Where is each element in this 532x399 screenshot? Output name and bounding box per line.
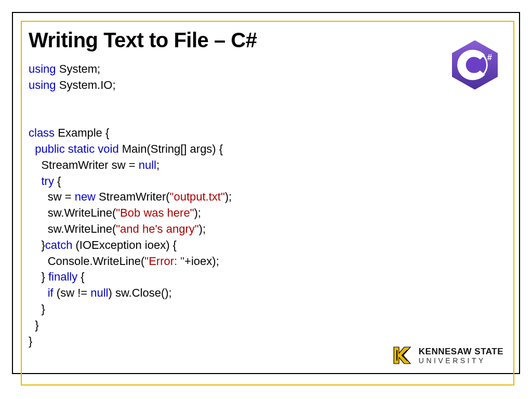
keyword-if: if	[48, 286, 54, 299]
code-text: Main(String[] args) {	[119, 142, 223, 155]
code-text: }	[29, 238, 45, 251]
code-text: Console.WriteLine(	[29, 255, 144, 268]
keyword-class: class	[29, 126, 55, 139]
string-literal: "Error: "	[144, 255, 184, 268]
ksu-subtitle: UNIVERSITY	[419, 357, 503, 364]
code-text: sw.WriteLine(	[29, 206, 116, 219]
code-text: sw =	[29, 190, 75, 203]
code-text: (sw !=	[54, 286, 91, 299]
ksu-name: KENNESAW STATE	[419, 347, 503, 356]
keyword-try: try	[29, 175, 54, 188]
code-text: }	[29, 302, 45, 315]
keyword-null: null	[90, 286, 108, 299]
string-literal: "and he's angry"	[116, 222, 198, 235]
code-text: sw.WriteLine(	[29, 222, 116, 235]
code-text: );	[194, 206, 201, 219]
code-block: using System; using System.IO; class Exa…	[29, 61, 507, 349]
code-text	[29, 286, 48, 299]
keyword-new: new	[75, 190, 96, 203]
code-text: {	[54, 175, 61, 188]
ksu-logo: KENNESAW STATE UNIVERSITY	[390, 343, 503, 368]
code-text: System.IO;	[56, 78, 116, 91]
slide-content: Writing Text to File – C# using System; …	[29, 29, 507, 349]
csharp-hash-text: #	[487, 52, 492, 62]
code-text: }	[29, 318, 39, 331]
ksu-mark-icon	[390, 343, 415, 368]
code-text: ;	[156, 158, 159, 171]
keyword-modifiers: public static void	[29, 142, 119, 155]
keyword-null: null	[139, 158, 156, 171]
csharp-logo-icon: #	[446, 36, 503, 94]
code-text: (IOException ioex) {	[72, 238, 177, 251]
string-literal: "Bob was here"	[116, 206, 194, 219]
slide-title: Writing Text to File – C#	[29, 29, 507, 52]
string-literal: "output.txt"	[170, 190, 225, 203]
code-text: System;	[56, 62, 101, 75]
code-text: +ioex);	[184, 255, 219, 268]
code-text: ) sw.Close();	[108, 286, 171, 299]
code-text: {	[77, 270, 84, 283]
code-text: );	[199, 222, 206, 235]
keyword-using: using	[29, 78, 56, 91]
keyword-finally: finally	[48, 270, 77, 283]
code-text: Example {	[55, 126, 109, 139]
keyword-using: using	[29, 62, 56, 75]
code-text: }	[29, 335, 32, 348]
keyword-catch: catch	[45, 238, 73, 251]
code-text: );	[225, 190, 232, 203]
code-text: StreamWriter(	[96, 190, 170, 203]
code-text: }	[29, 270, 48, 283]
code-text: StreamWriter sw =	[29, 158, 139, 171]
ksu-text-block: KENNESAW STATE UNIVERSITY	[419, 347, 503, 364]
